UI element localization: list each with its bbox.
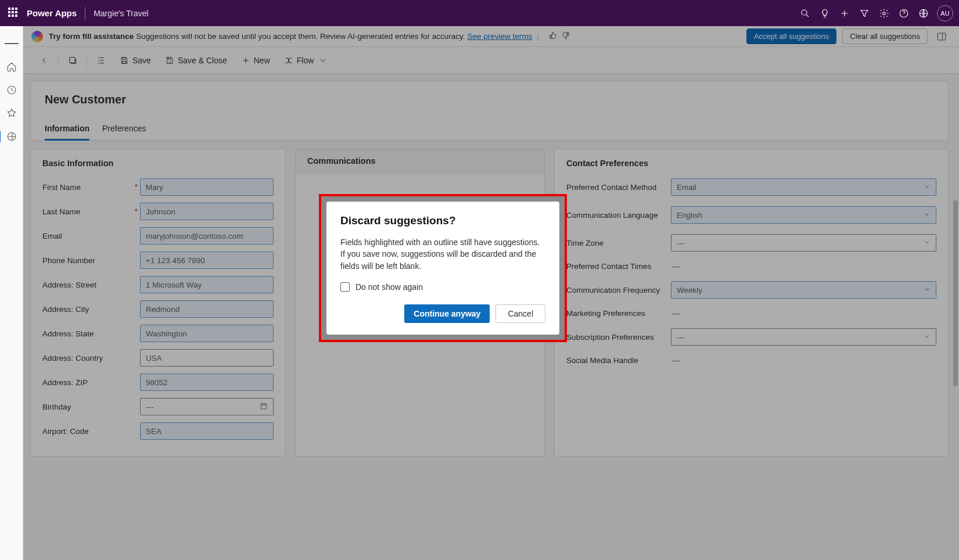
gear-icon[interactable] [874,3,894,23]
dnsa-checkbox[interactable] [340,282,350,292]
globe-person-icon[interactable] [914,3,933,23]
home-icon[interactable] [5,60,19,74]
divider [85,7,85,20]
app-header: Power Apps Margie's Travel AU [0,0,959,26]
svg-point-0 [802,10,807,15]
brand-name: Power Apps [27,8,77,18]
search-icon[interactable] [795,3,815,23]
continue-anyway-button[interactable]: Continue anyway [404,304,490,323]
modal-title: Discard suggestions? [340,214,545,227]
modal-highlight: Discard suggestions? Fields highlighted … [319,194,567,342]
recent-icon[interactable] [5,83,19,97]
pin-icon[interactable] [5,106,19,120]
dnsa-label: Do not show again [355,282,423,292]
modal-body: Fields highlighted with an outline still… [340,236,545,272]
hamburger-icon[interactable] [5,37,19,51]
left-rail [0,26,23,560]
app-name: Margie's Travel [94,9,148,18]
discard-modal: Discard suggestions? Fields highlighted … [326,202,559,335]
globe-icon[interactable] [5,130,19,143]
cancel-button[interactable]: Cancel [495,304,545,323]
lightbulb-icon[interactable] [815,3,835,23]
help-icon[interactable] [894,3,914,23]
waffle-icon[interactable] [8,8,20,19]
svg-point-1 [883,12,886,15]
plus-icon[interactable] [835,3,854,23]
filter-icon[interactable] [854,3,874,23]
avatar[interactable]: AU [937,5,953,21]
